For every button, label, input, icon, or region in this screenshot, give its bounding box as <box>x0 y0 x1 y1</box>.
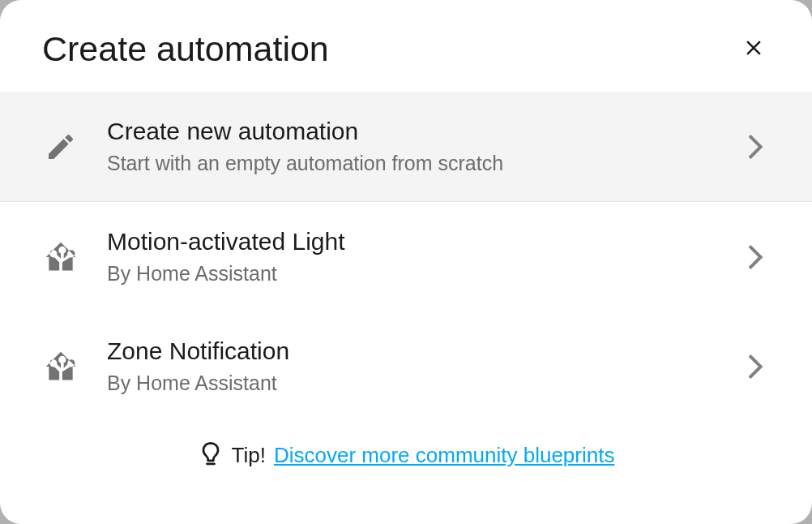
dialog-title: Create automation <box>42 29 329 69</box>
lightbulb-icon <box>198 442 224 468</box>
pencil-icon <box>42 128 79 165</box>
chevron-right-icon <box>742 353 770 380</box>
option-title: Motion-activated Light <box>107 228 715 256</box>
create-automation-dialog: Create automation Create new automation … <box>0 0 812 524</box>
chevron-right-icon <box>742 133 770 161</box>
option-subtitle: By Home Assistant <box>107 372 715 395</box>
option-list: Create new automation Start with an empt… <box>0 92 812 421</box>
option-subtitle: By Home Assistant <box>107 262 715 286</box>
tip-link[interactable]: Discover more community blueprints <box>274 443 614 468</box>
option-title: Zone Notification <box>107 337 715 365</box>
option-text: Motion-activated Light By Home Assistant <box>107 228 715 286</box>
home-assistant-icon <box>42 348 79 385</box>
option-title: Create new automation <box>107 118 715 145</box>
option-subtitle: Start with an empty automation from scra… <box>107 152 715 175</box>
option-motion-activated-light[interactable]: Motion-activated Light By Home Assistant <box>0 202 812 311</box>
chevron-right-icon <box>742 243 770 271</box>
option-create-new-automation[interactable]: Create new automation Start with an empt… <box>0 92 812 202</box>
close-icon <box>741 36 766 63</box>
option-zone-notification[interactable]: Zone Notification By Home Assistant <box>0 311 812 421</box>
close-button[interactable] <box>737 33 770 66</box>
home-assistant-icon <box>42 238 79 276</box>
dialog-header: Create automation <box>0 0 812 92</box>
option-text: Create new automation Start with an empt… <box>107 118 715 175</box>
tip-row: Tip! Discover more community blueprints <box>0 421 812 487</box>
option-text: Zone Notification By Home Assistant <box>107 337 715 395</box>
tip-label: Tip! <box>232 443 266 468</box>
